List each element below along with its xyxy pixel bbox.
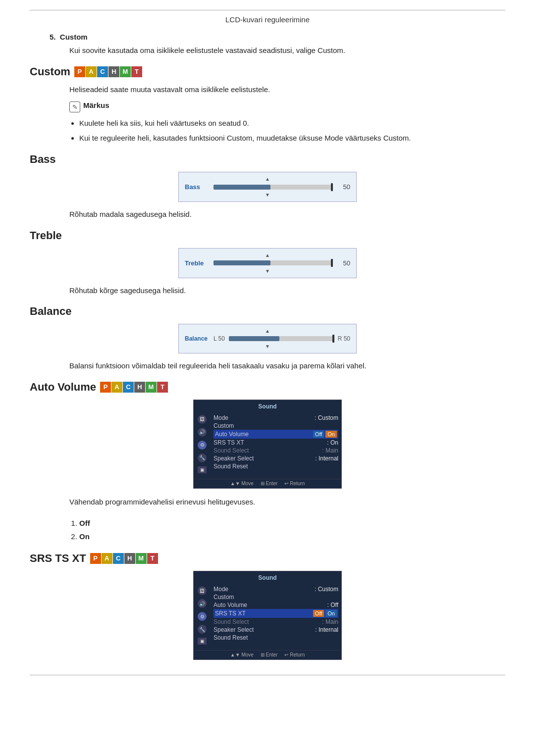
balance-section-heading: Balance <box>30 305 505 318</box>
auto-volume-osd-box: Sound 🖼 🔊 ⚙ 🔧 ▣ Mode : Custom <box>193 400 342 489</box>
badge-m: M <box>120 66 131 77</box>
custom-section-heading: Custom P A C H M T <box>30 65 505 78</box>
num-list-off: Off <box>79 516 505 530</box>
osd-footer-av: ▲▼ Move ⊞ Enter ↩ Return <box>194 479 341 486</box>
auto-volume-badges: P A C H M T <box>100 382 168 393</box>
badge-t: T <box>131 66 142 77</box>
srs-osd-srs-row: SRS TS XT Off On <box>214 609 338 618</box>
srs-osd-box: Sound 🖼 🔊 ⚙ 🔧 ▣ Mode : Custom <box>193 571 342 660</box>
srs-icon-settings: ⚙ <box>198 612 207 621</box>
osd-av-on: On <box>325 431 337 438</box>
osd-auto-volume-row: Auto Volume Off On <box>214 430 338 439</box>
bass-slider-value: 50 <box>336 183 350 191</box>
section5-description: Kui soovite kasutada oma isiklikele eeli… <box>69 45 505 56</box>
bass-slider-widget: ▲ Bass 50 ▼ <box>30 172 505 202</box>
treble-slider-box: ▲ Treble 50 ▼ <box>178 248 357 278</box>
srs-icon-tools: 🔧 <box>198 625 207 634</box>
av-badge-a: A <box>111 382 122 393</box>
av-badge-t: T <box>157 382 168 393</box>
balance-left-label: L 50 <box>214 335 225 342</box>
osd-custom-row: Custom <box>214 422 338 430</box>
osd-content-srs: 🖼 🔊 ⚙ 🔧 ▣ Mode : Custom Custom <box>194 583 341 648</box>
balance-slider-row: Balance L 50 R 50 <box>185 335 350 342</box>
srs-osd-speaker-select-row: Speaker Select : Internal <box>214 626 338 634</box>
av-badge-c: C <box>123 382 134 393</box>
bass-title: Bass <box>30 153 56 166</box>
treble-down-arrow: ▼ <box>265 268 270 274</box>
srs-osd-menu-col: Mode : Custom Custom Auto Volume : Off S… <box>211 583 341 648</box>
balance-slider-widget: ▲ Balance L 50 R 50 ▼ <box>30 324 505 353</box>
srs-osd-sound-reset-row: Sound Reset <box>214 634 338 642</box>
custom-bullet-list: Kuulete heli ka siis, kui heli väärtusek… <box>79 117 505 144</box>
icon-picture: 🖼 <box>198 415 207 424</box>
osd-srs-row: SRS TS XT : On <box>214 439 338 447</box>
auto-volume-num-list: Off On <box>79 516 505 543</box>
icon-settings: ⚙ <box>198 441 207 450</box>
srs-osd-off: Off <box>313 610 324 617</box>
note-label: Märkus <box>83 101 109 109</box>
bass-track <box>214 185 332 190</box>
osd-content-av: 🖼 🔊 ⚙ 🔧 ▣ Mode : Custom Custom <box>194 412 341 476</box>
srs-osd-on: On <box>325 610 337 617</box>
note-icon: ✎ <box>69 101 80 112</box>
srs-badge-t: T <box>147 553 158 564</box>
osd-icons-col: 🖼 🔊 ⚙ 🔧 ▣ <box>194 412 211 476</box>
custom-description: Heliseadeid saate muuta vastavalt oma is… <box>69 84 505 96</box>
osd-sound-reset-row: Sound Reset <box>214 462 338 470</box>
icon-input: ▣ <box>198 466 207 473</box>
balance-track <box>229 336 334 341</box>
srs-osd: Sound 🖼 🔊 ⚙ 🔧 ▣ Mode : Custom <box>30 571 505 660</box>
srs-badge-p: P <box>90 553 101 564</box>
srs-icon-picture: 🖼 <box>198 586 207 595</box>
auto-volume-title: Auto Volume <box>30 381 96 394</box>
osd-title-srs: Sound <box>194 574 341 581</box>
auto-volume-section-heading: Auto Volume P A C H M T <box>30 381 505 394</box>
balance-up-arrow: ▲ <box>265 328 270 334</box>
av-badge-p: P <box>100 382 111 393</box>
srs-badges: P A C H M T <box>90 553 158 564</box>
treble-slider-value: 50 <box>336 259 350 267</box>
note-box: ✎ Märkus <box>69 101 505 112</box>
osd-av-off: Off <box>313 431 324 438</box>
srs-title: SRS TS XT <box>30 552 86 565</box>
srs-icon-sound: 🔊 <box>198 599 207 608</box>
balance-right-label: R 50 <box>338 335 350 342</box>
badge-a: A <box>86 66 97 77</box>
bass-down-arrow: ▼ <box>265 192 270 198</box>
bass-section-heading: Bass <box>30 153 505 166</box>
srs-osd-auto-volume-row: Auto Volume : Off <box>214 601 338 609</box>
num-list-on: On <box>79 530 505 543</box>
balance-slider-label: Balance <box>185 335 210 342</box>
osd-mode-row: Mode : Custom <box>214 414 338 422</box>
osd-menu-col-av: Mode : Custom Custom Auto Volume Off On <box>211 412 341 476</box>
treble-up-arrow: ▲ <box>265 252 270 258</box>
balance-description: Balansi funktsioon võimaldab teil regule… <box>69 360 505 372</box>
srs-badge-h: H <box>124 553 135 564</box>
bass-slider-label: Bass <box>185 183 210 191</box>
bass-up-arrow: ▲ <box>265 176 270 182</box>
custom-badges: P A C H M T <box>74 66 142 77</box>
srs-badge-c: C <box>113 553 124 564</box>
icon-sound: 🔊 <box>198 428 207 437</box>
icon-tools: 🔧 <box>198 454 207 462</box>
treble-slider-row: Treble 50 <box>185 259 350 267</box>
treble-section-heading: Treble <box>30 229 505 242</box>
badge-c: C <box>97 66 108 77</box>
treble-slider-label: Treble <box>185 259 210 267</box>
bullet-1: Kuulete heli ka siis, kui heli väärtusek… <box>79 117 505 129</box>
srs-osd-icons-col: 🖼 🔊 ⚙ 🔧 ▣ <box>194 583 211 648</box>
osd-title-av: Sound <box>194 403 341 410</box>
badge-h: H <box>108 66 119 77</box>
srs-osd-mode-row: Mode : Custom <box>214 585 338 593</box>
bass-description: Rõhutab madala sagedusega helisid. <box>69 209 505 220</box>
srs-icon-input: ▣ <box>198 638 207 645</box>
treble-slider-widget: ▲ Treble 50 ▼ <box>30 248 505 278</box>
srs-section-heading: SRS TS XT P A C H M T <box>30 552 505 565</box>
page-title: LCD-kuvari reguleerimine <box>30 15 505 24</box>
balance-down-arrow: ▼ <box>265 344 270 349</box>
srs-badge-m: M <box>136 553 147 564</box>
av-badge-h: H <box>134 382 145 393</box>
treble-title: Treble <box>30 229 62 242</box>
bullet-2: Kui te reguleerite heli, kasutades funkt… <box>79 132 505 144</box>
badge-p: P <box>74 66 85 77</box>
